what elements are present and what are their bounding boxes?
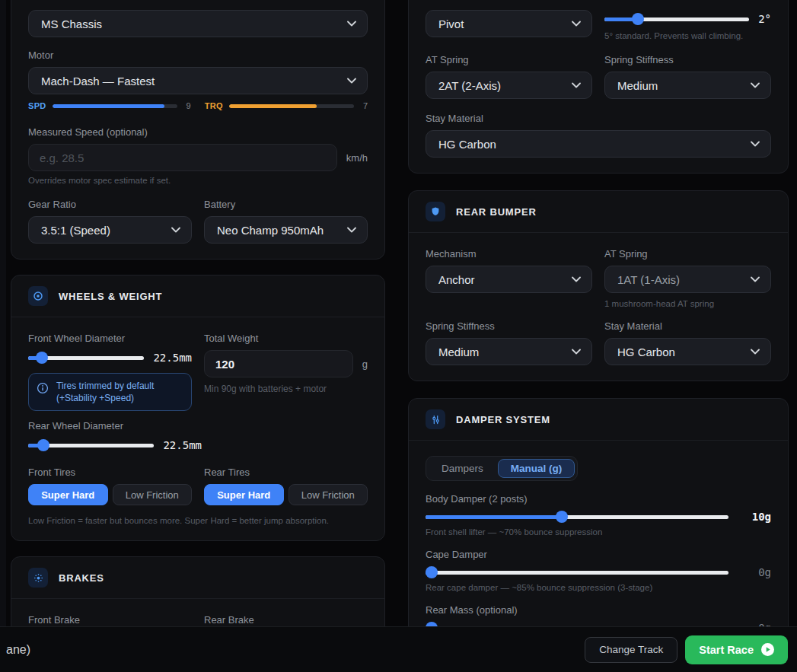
target-icon [28, 286, 48, 306]
measured-speed-note: Overrides motor spec estimate if set. [28, 176, 368, 185]
right-column: Pivot 2° 5° standard. Prevents wall clim… [408, 0, 789, 650]
front-bumper-mechanism-select[interactable]: Pivot [426, 10, 592, 37]
play-icon [761, 643, 774, 656]
chevron-down-icon [171, 227, 180, 233]
motor-label: Motor [28, 49, 368, 61]
wheels-weight-title: WHEELS & WEIGHT [59, 291, 162, 302]
rear-brake-label: Rear Brake [204, 614, 368, 626]
drivetrain-card: MS Chassis Motor Mach-Dash — Fastest SPD… [11, 0, 385, 260]
shield-icon [426, 202, 445, 221]
body-damper-label: Body Damper (2 posts) [426, 493, 771, 505]
chevron-down-icon [347, 227, 356, 233]
rear-spring-stiffness-value: Medium [438, 346, 572, 358]
left-column: MS Chassis Motor Mach-Dash — Fastest SPD… [11, 0, 385, 672]
rear-stay-material-select[interactable]: HG Carbon [604, 338, 771, 365]
cape-damper-value: 0g [738, 566, 771, 578]
slider-thumb[interactable] [556, 511, 568, 523]
slider-thumb[interactable] [426, 566, 438, 578]
total-weight-note: Min 90g with batteries + motor [204, 384, 368, 394]
battery-label: Battery [204, 199, 368, 210]
gear-ratio-select[interactable]: 3.5:1 (Speed) [28, 216, 192, 244]
rear-at-spring-select[interactable]: 1AT (1-Axis) [604, 266, 771, 293]
trq-bar [229, 104, 354, 108]
rear-stay-material-label: Stay Material [604, 320, 771, 332]
tab-dampers[interactable]: Dampers [429, 459, 496, 478]
body-damper-note: Front shell lifter — ~70% bounce suppres… [426, 527, 771, 537]
chevron-down-icon [751, 349, 760, 355]
slider-thumb[interactable] [37, 439, 49, 451]
trq-label: TRQ [205, 101, 223, 110]
rear-at-spring-value: 1AT (1-Axis) [617, 273, 751, 286]
measured-speed-unit: km/h [346, 152, 368, 164]
chevron-down-icon [572, 21, 581, 27]
left-edge-strip [0, 0, 6, 626]
front-tire-low-friction-button[interactable]: Low Friction [113, 484, 193, 505]
tires-trimmed-text: Tires trimmed by default (+Stability +Sp… [56, 380, 183, 404]
front-stay-material-select[interactable]: HG Carbon [426, 130, 771, 158]
rear-spring-stiffness-select[interactable]: Medium [426, 338, 592, 365]
front-wheel-diameter-slider[interactable] [28, 356, 144, 360]
change-track-button[interactable]: Change Track [585, 637, 677, 663]
damper-mode-tabs: Dampers Manual (g) [426, 456, 578, 481]
total-weight-input[interactable] [204, 350, 353, 377]
rear-tire-low-friction-button[interactable]: Low Friction [289, 484, 368, 505]
motor-stats: SPD 9 TRQ 7 [28, 100, 368, 111]
battery-select-value: Neo Champ 950mAh [217, 224, 347, 237]
bumper-angle-note: 5° standard. Prevents wall climbing. [604, 31, 771, 40]
measured-speed-label: Measured Speed (optional) [28, 126, 368, 138]
tires-trimmed-infobox: Tires trimmed by default (+Stability +Sp… [28, 373, 192, 411]
total-weight-label: Total Weight [204, 333, 368, 344]
start-race-button[interactable]: Start Race [685, 635, 788, 664]
spd-value: 9 [183, 101, 191, 110]
rear-stay-material-value: HG Carbon [617, 346, 751, 358]
cape-damper-note: Rear cape damper — ~85% bounce suppressi… [426, 583, 771, 592]
front-at-spring-select[interactable]: 2AT (2-Axis) [426, 72, 592, 99]
front-brake-label: Front Brake [28, 614, 192, 626]
measured-speed-input[interactable] [28, 144, 337, 171]
front-bumper-mechanism-value: Pivot [438, 18, 572, 30]
tab-manual[interactable]: Manual (g) [498, 459, 575, 478]
trq-value: 7 [360, 101, 368, 110]
battery-select[interactable]: Neo Champ 950mAh [204, 216, 368, 244]
motor-select-value: Mach-Dash — Fastest [41, 75, 347, 88]
rear-tires-label: Rear Tires [204, 467, 368, 478]
rear-spring-stiffness-label: Spring Stiffness [426, 320, 592, 332]
rear-tire-super-hard-button[interactable]: Super Hard [204, 484, 284, 505]
front-wheel-diameter-value: 22.5mm [153, 352, 192, 364]
rear-mechanism-value: Anchor [438, 273, 572, 286]
rear-wheel-diameter-slider[interactable] [28, 444, 154, 447]
bumper-angle-slider[interactable] [604, 18, 749, 21]
rear-mass-label: Rear Mass (optional) [426, 604, 771, 616]
front-spring-stiffness-select[interactable]: Medium [604, 72, 771, 99]
chevron-down-icon [572, 349, 581, 355]
gear-ratio-label: Gear Ratio [28, 199, 192, 210]
motor-select[interactable]: Mach-Dash — Fastest [28, 67, 368, 94]
rear-bumper-title: REAR BUMPER [456, 206, 537, 218]
chevron-down-icon [751, 82, 760, 88]
chassis-select-value: MS Chassis [41, 18, 347, 30]
front-wheel-diameter-label: Front Wheel Diameter [28, 333, 192, 344]
wheels-weight-card: WHEELS & WEIGHT Front Wheel Diameter 22.… [11, 275, 385, 541]
cape-damper-slider[interactable] [426, 571, 728, 575]
rear-mechanism-select[interactable]: Anchor [426, 266, 592, 293]
front-stay-material-value: HG Carbon [438, 138, 751, 151]
slider-thumb[interactable] [36, 352, 48, 364]
front-at-spring-label: AT Spring [426, 54, 592, 65]
cape-damper-label: Cape Damper [426, 549, 771, 560]
spd-bar [53, 104, 177, 108]
body-damper-value: 10g [738, 511, 771, 523]
rear-mechanism-label: Mechanism [426, 248, 592, 260]
body-damper-slider[interactable] [426, 515, 728, 519]
front-tire-super-hard-button[interactable]: Super Hard [28, 484, 108, 505]
front-bumper-card: Pivot 2° 5° standard. Prevents wall clim… [408, 0, 789, 174]
front-stay-material-label: Stay Material [426, 113, 771, 124]
tires-footnote: Low Friction = faster but bounces more. … [28, 516, 368, 525]
damper-system-title: DAMPER SYSTEM [456, 414, 550, 425]
chevron-down-icon [572, 276, 581, 282]
chassis-select[interactable]: MS Chassis [28, 10, 368, 37]
chevron-down-icon [751, 276, 760, 282]
chevron-down-icon [347, 21, 356, 27]
front-tires-label: Front Tires [28, 467, 192, 478]
sliders-icon [426, 409, 445, 429]
slider-thumb[interactable] [632, 13, 644, 25]
